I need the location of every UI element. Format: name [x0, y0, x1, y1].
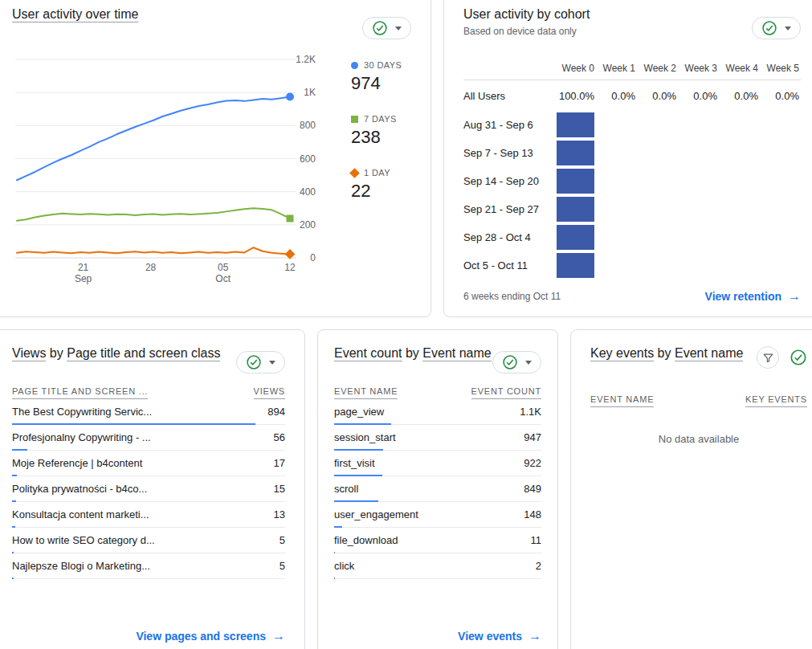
- title-metric-link[interactable]: Event count: [334, 346, 402, 361]
- arrow-right-icon: →: [272, 629, 285, 643]
- filter-button[interactable]: [757, 346, 779, 369]
- table-row[interactable]: first_visit922: [334, 451, 541, 476]
- card-title-user-activity-over-time: User activity over time: [12, 7, 411, 22]
- chevron-down-icon: [525, 361, 532, 365]
- x-axis-tick-label: 05: [218, 262, 229, 273]
- table-row[interactable]: session_start947: [334, 425, 541, 451]
- legend-label: 1 DAY: [364, 168, 390, 178]
- chevron-down-icon: [785, 27, 791, 31]
- card-status-menu-button[interactable]: [752, 17, 801, 39]
- column-header-metric[interactable]: KEY EVENTS: [745, 394, 807, 407]
- x-axis-tick-label: 28: [145, 262, 157, 273]
- table-row[interactable]: user_engagement148: [334, 502, 541, 528]
- y-axis-tick-label: 1K: [304, 87, 316, 98]
- x-axis-tick-label: 21: [78, 262, 89, 273]
- table-row[interactable]: The Best Copywriting Servic...894: [12, 399, 285, 425]
- cohort-row-label: Sep 14 - Sep 20: [463, 175, 553, 187]
- view-retention-link[interactable]: View retention →: [705, 289, 801, 304]
- legend-circle-marker-icon: [351, 62, 358, 69]
- chevron-down-icon: [395, 27, 402, 31]
- check-circle-icon: [372, 20, 388, 36]
- cohort-row-label: All Users: [463, 90, 553, 102]
- table-row[interactable]: Polityka prywatności - b4co...15: [12, 476, 285, 502]
- y-axis-tick-label: 800: [300, 120, 316, 131]
- title-dimension-link[interactable]: Event name: [675, 346, 743, 361]
- cohort-row: Sep 14 - Sep 20: [463, 167, 801, 195]
- table-row[interactable]: Najlepsze Blogi o Marketing...5: [12, 553, 285, 579]
- y-axis-tick-label: 600: [300, 153, 316, 165]
- title-dimension-link[interactable]: Page title and screen class: [67, 346, 220, 361]
- series-end-marker-circle: [286, 93, 294, 101]
- legend-item-1-day[interactable]: 1 DAY 22: [351, 168, 428, 202]
- cohort-cell-week0[interactable]: [557, 225, 594, 250]
- card-status-menu-button[interactable]: [362, 17, 411, 39]
- card-event-count-by-event-name: Event count by Event name EVENT NAME EVE…: [317, 329, 558, 649]
- cohort-cell-week0[interactable]: [557, 253, 594, 278]
- table-row[interactable]: click2: [334, 553, 541, 579]
- check-circle-icon[interactable]: [790, 349, 807, 366]
- table-row[interactable]: scroll849: [334, 476, 541, 502]
- series-line-7-days: [17, 208, 290, 220]
- cohort-week-header: Week 5: [758, 63, 799, 74]
- cohort-percentage: 0.0%: [676, 90, 717, 102]
- x-axis-tick-label: 12: [284, 262, 296, 273]
- card-title-user-activity-by-cohort: User activity by cohort: [463, 7, 801, 22]
- cohort-all-users-row: All Users 100.0% 0.0% 0.0% 0.0% 0.0% 0.0…: [463, 80, 801, 111]
- column-header-metric[interactable]: VIEWS: [254, 386, 285, 399]
- column-header-dimension[interactable]: EVENT NAME: [334, 386, 398, 399]
- cohort-row: Sep 7 - Sep 13: [463, 139, 801, 167]
- title-by: by: [658, 346, 671, 360]
- cohort-week-header: Week 4: [717, 63, 758, 74]
- card-views-by-page-title: Views by Page title and screen class PAG…: [0, 329, 305, 649]
- title-dimension-link[interactable]: Event name: [422, 346, 491, 361]
- legend-item-7-days[interactable]: 7 DAYS 238: [351, 114, 428, 148]
- cohort-header-row: Week 0 Week 1 Week 2 Week 3 Week 4 Week …: [463, 56, 801, 80]
- legend-item-30-days[interactable]: 30 DAYS 974: [351, 60, 428, 94]
- title-by: by: [406, 346, 419, 360]
- card-title-key-events: Key events by Event name: [590, 346, 743, 361]
- cohort-percentage: 0.0%: [594, 90, 635, 102]
- column-header-dimension[interactable]: PAGE TITLE AND SCREEN ...: [12, 386, 148, 399]
- cohort-percentage: 0.0%: [635, 90, 676, 102]
- cohort-row: Sep 28 - Oct 4: [463, 223, 801, 251]
- table-row[interactable]: Konsultacja content marketi...13: [12, 502, 285, 528]
- card-status-menu-button[interactable]: [492, 351, 541, 373]
- cohort-week-header: Week 3: [676, 63, 717, 74]
- cohort-subtitle: Based on device data only: [463, 26, 801, 37]
- view-pages-and-screens-link[interactable]: View pages and screens →: [136, 629, 285, 643]
- table-row[interactable]: How to write SEO category d...5: [12, 528, 285, 553]
- title-metric-link[interactable]: Views: [12, 346, 46, 361]
- check-circle-icon: [246, 354, 262, 370]
- title-metric-link[interactable]: User activity over time: [12, 7, 138, 22]
- view-events-link[interactable]: View events →: [458, 629, 541, 643]
- filter-funnel-icon: [762, 352, 774, 364]
- cohort-percentage: 100.0%: [553, 90, 594, 102]
- cohort-table: Week 0 Week 1 Week 2 Week 3 Week 4 Week …: [463, 56, 801, 280]
- y-axis-tick-label: 0: [310, 252, 316, 263]
- user-activity-line-chart: 02004006008001K1.2K21Sep2805Oct12: [12, 23, 333, 285]
- cohort-cell-week0[interactable]: [557, 197, 594, 222]
- cohort-row-label: Sep 7 - Sep 13: [463, 147, 553, 159]
- card-user-activity-by-cohort: User activity by cohort Based on device …: [443, 0, 812, 317]
- arrow-right-icon: →: [528, 629, 541, 643]
- cohort-row-label: Sep 21 - Sep 27: [463, 203, 553, 215]
- metric-value-7-days: 238: [351, 127, 428, 148]
- table-row[interactable]: file_download11: [334, 528, 541, 553]
- table-header-row: EVENT NAME EVENT COUNT: [334, 386, 541, 399]
- table-row[interactable]: Moje Referencje | b4content17: [12, 451, 285, 476]
- y-axis-tick-label: 1.2K: [296, 54, 316, 65]
- card-user-activity-over-time: User activity over time 02004006008001K1…: [0, 0, 431, 317]
- column-header-dimension[interactable]: EVENT NAME: [590, 394, 654, 407]
- cohort-cell-week0[interactable]: [557, 169, 594, 194]
- card-status-menu-button[interactable]: [236, 351, 285, 373]
- series-end-marker-square: [287, 215, 294, 222]
- table-row[interactable]: page_view1.1K: [334, 399, 541, 425]
- y-axis-tick-label: 200: [300, 219, 316, 231]
- table-row[interactable]: Profesjonalny Copywriting - ...56: [12, 425, 285, 451]
- cohort-cell-week0[interactable]: [557, 112, 594, 137]
- title-metric-link[interactable]: Key events: [590, 346, 654, 361]
- cohort-cell-week0[interactable]: [557, 141, 594, 165]
- x-axis-tick-sublabel: Sep: [75, 273, 92, 284]
- column-header-metric[interactable]: EVENT COUNT: [471, 386, 541, 399]
- cohort-row-label: Sep 28 - Oct 4: [463, 231, 553, 243]
